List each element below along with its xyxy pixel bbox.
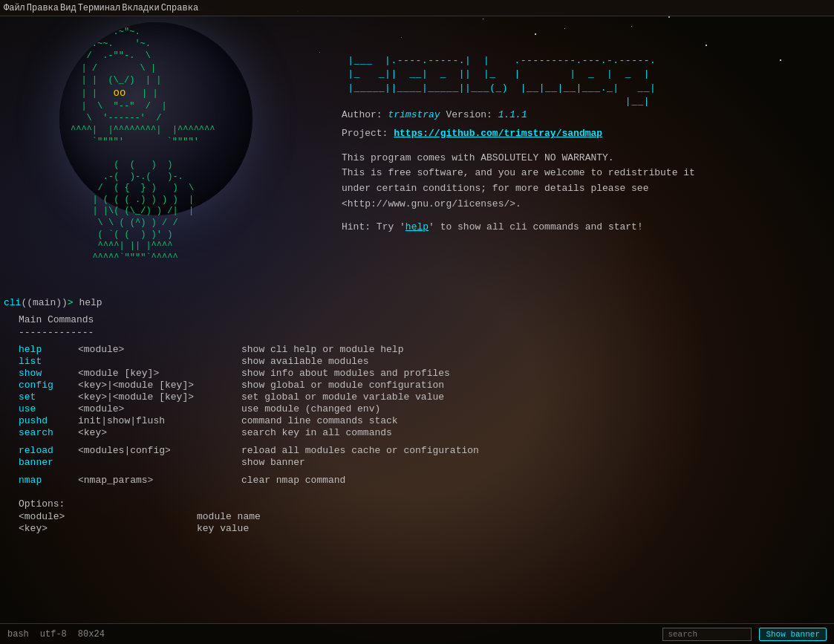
bottom-encoding: utf-8 xyxy=(40,629,67,640)
cmd-desc-use: use module (changed env) xyxy=(241,403,380,414)
option-module: <module> module name xyxy=(4,511,830,522)
warranty-block: This program comes with ABSOLUTELY NO WA… xyxy=(342,151,695,212)
cmd-name-show: show xyxy=(19,368,78,379)
cmd-args-help: <module> xyxy=(78,344,241,355)
cmd-reload: reload <modules|config> reload all modul… xyxy=(4,445,830,456)
option-name-key: <key> xyxy=(19,523,197,534)
ascii-robot-art: ( ( ) ) .-( )-.( )-. / ( { } ) ) \ | ( (… xyxy=(82,160,194,264)
cmd-args-show: <module [key]> xyxy=(78,368,241,379)
cmd-desc-banner: show banner xyxy=(241,457,305,468)
cmd-desc-search: search key in all commands xyxy=(241,427,392,438)
menu-terminal[interactable]: Терминал xyxy=(78,3,121,13)
cmd-desc-reload: reload all modules cache or configuratio… xyxy=(241,445,479,456)
cmd-desc-list: show available modules xyxy=(241,356,369,367)
bottom-shell: bash xyxy=(7,629,29,640)
cmd-name-config: config xyxy=(19,380,78,391)
cmd-set: set <key>|<module [key]> set global or m… xyxy=(4,391,830,403)
hint-link[interactable]: help xyxy=(405,221,429,232)
menu-view[interactable]: Вид xyxy=(60,3,76,13)
cmd-name-reload: reload xyxy=(19,445,78,456)
cmd-search: search <key> search key in all commands xyxy=(4,427,830,438)
cmd-config: config <key>|<module [key]> show global … xyxy=(4,380,830,391)
prompt-cli-text: cli xyxy=(4,297,21,308)
menubar: Файл Правка Вид Терминал Вкладки Справка xyxy=(0,0,834,16)
option-desc-module: module name xyxy=(197,511,261,522)
cmd-args-nmap: <nmap_params> xyxy=(78,475,241,486)
menu-tabs[interactable]: Вкладки xyxy=(122,3,159,13)
cmd-nmap: nmap <nmap_params> clear nmap command xyxy=(4,475,830,486)
cmd-name-list: list xyxy=(19,356,78,367)
cmd-args-config: <key>|<module [key]> xyxy=(78,380,241,391)
help-section: Main Commands ------------- help <module… xyxy=(4,314,830,534)
cmd-args-use: <module> xyxy=(78,403,241,414)
author-value: trimstray xyxy=(388,109,440,120)
cmd-name-pushd: pushd xyxy=(19,415,78,426)
warranty-line1: This program comes with ABSOLUTELY NO WA… xyxy=(342,151,695,166)
cmd-desc-help: show cli help or module help xyxy=(241,344,403,355)
project-label: Project: xyxy=(342,128,388,139)
cmd-args-set: <key>|<module [key]> xyxy=(78,391,241,403)
ascii-owl-art: .~"~. .~~. '~. / .-""-. \ | / \ | | | (\… xyxy=(71,26,215,149)
command-area: cli((main))> help Main Commands --------… xyxy=(0,297,834,535)
menu-help[interactable]: Справка xyxy=(161,3,198,13)
cmd-name-help: help xyxy=(19,344,78,355)
cmd-desc-set: set global or module variable value xyxy=(241,391,444,403)
options-header: Options: xyxy=(4,498,830,510)
cmd-name-search: search xyxy=(19,427,78,438)
project-link[interactable]: https://github.com/trimstray/sandmap xyxy=(394,128,602,139)
author-label: Author: xyxy=(342,109,382,120)
info-block: Author: trimstray Version: 1.1.1 Project… xyxy=(342,108,695,235)
bottom-right: Show banner xyxy=(662,628,827,641)
search-input[interactable] xyxy=(662,628,752,641)
menu-edit[interactable]: Правка xyxy=(27,3,59,13)
warranty-line2: This is free software, and you are welco… xyxy=(342,166,695,181)
project-line: Project: https://github.com/trimstray/sa… xyxy=(342,126,695,142)
author-line: Author: trimstray Version: 1.1.1 xyxy=(342,108,695,123)
section-divider: ------------- xyxy=(4,327,830,338)
hint-text-prefix: Try ' xyxy=(377,221,405,232)
prompt-close-paren: ) xyxy=(62,297,68,308)
cmd-pushd: pushd init|show|flush command line comma… xyxy=(4,415,830,426)
hint-label: Hint: xyxy=(342,221,371,232)
hint-text-suffix: ' to show all cli commands and start! xyxy=(429,221,643,232)
prompt-arrow: > xyxy=(68,297,74,308)
cmd-args-search: <key> xyxy=(78,427,241,438)
cmd-use: use <module> use module (changed env) xyxy=(4,403,830,414)
cmd-name-banner: banner xyxy=(19,457,78,468)
version-value: 1.1.1 xyxy=(498,109,527,120)
prompt-line: cli((main))> help xyxy=(4,297,830,308)
cmd-list: list show available modules xyxy=(4,356,830,367)
option-name-module: <module> xyxy=(19,511,197,522)
main-commands-header: Main Commands xyxy=(4,314,830,325)
menu-file[interactable]: Файл xyxy=(4,3,25,13)
cmd-args-pushd: init|show|flush xyxy=(78,415,241,426)
cmd-name-nmap: nmap xyxy=(19,475,78,486)
banner-logo: |___ |.----.-----.| | .---------.---.-.-… xyxy=(342,41,662,108)
version-label-text: Version: xyxy=(446,109,492,120)
bottom-size: 80x24 xyxy=(78,629,105,640)
bottom-bar: bash utf-8 80x24 Show banner xyxy=(0,623,834,644)
cmd-args-banner xyxy=(78,457,241,468)
cmd-desc-pushd: command line commands stack xyxy=(241,415,398,426)
cmd-desc-config: show global or module configuration xyxy=(241,380,444,391)
cmd-args-list xyxy=(78,356,241,367)
cmd-show: show <module [key]> show info about modu… xyxy=(4,368,830,379)
prompt-context: (main) xyxy=(27,297,62,308)
cmd-desc-nmap: clear nmap command xyxy=(241,475,345,486)
prompt-command: help xyxy=(74,297,102,308)
cmd-help: help <module> show cli help or module he… xyxy=(4,344,830,355)
cmd-name-use: use xyxy=(19,403,78,414)
option-desc-key: key value xyxy=(197,523,249,534)
cmd-name-set: set xyxy=(19,391,78,403)
bottom-left: bash utf-8 80x24 xyxy=(7,629,662,640)
warranty-line4: <http://www.gnu.org/licenses/>. xyxy=(342,197,695,212)
show-banner-button[interactable]: Show banner xyxy=(759,628,827,641)
cmd-desc-show: show info about modules and profiles xyxy=(241,368,450,379)
hint-block: Hint: Try 'help' to show all cli command… xyxy=(342,220,695,235)
cmd-args-reload: <modules|config> xyxy=(78,445,241,456)
cmd-banner: banner show banner xyxy=(4,457,830,468)
warranty-line3: under certain conditions; for more detai… xyxy=(342,181,695,197)
option-key: <key> key value xyxy=(4,523,830,534)
